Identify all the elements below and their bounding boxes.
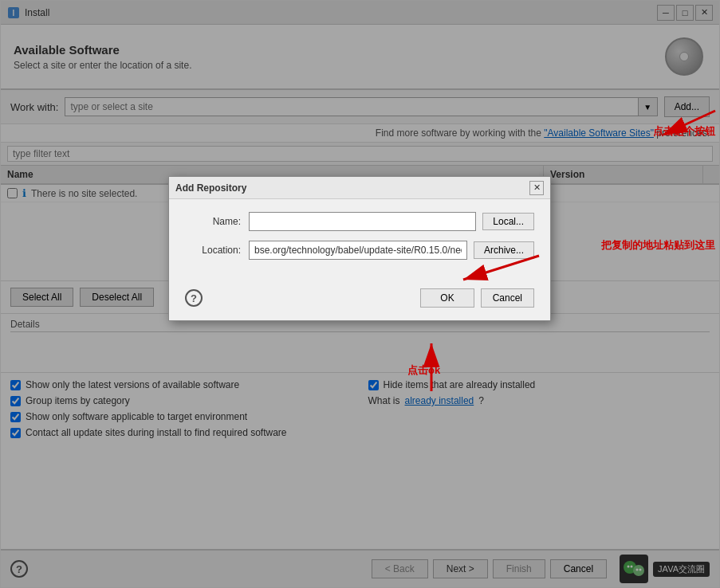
option-already-installed: What is already installed ? bbox=[368, 395, 710, 406]
dialog-name-row: Name: Local... bbox=[185, 212, 534, 231]
option-hide-installed-checkbox[interactable] bbox=[368, 380, 379, 390]
dialog-location-label: Location: bbox=[185, 245, 241, 256]
svg-point-7 bbox=[636, 569, 639, 571]
main-window: I Install ─ □ ✕ Available Software Selec… bbox=[0, 0, 720, 588]
dialog-body: Name: Local... Location: Archive... bbox=[169, 199, 550, 282]
details-body bbox=[10, 335, 710, 367]
maximize-button[interactable]: □ bbox=[676, 5, 694, 21]
help-button[interactable]: ? bbox=[10, 560, 28, 578]
option-target-env-label: Show only software applicable to target … bbox=[26, 411, 247, 422]
details-section: Details bbox=[1, 314, 719, 373]
dialog-help-button[interactable]: ? bbox=[185, 289, 203, 307]
work-with-row: Work with: ▼ Add... bbox=[1, 90, 719, 124]
local-button[interactable]: Local... bbox=[482, 213, 534, 230]
dialog-cancel-button[interactable]: Cancel bbox=[481, 288, 534, 308]
dialog-location-row: Location: Archive... bbox=[185, 241, 534, 260]
col-scroll bbox=[703, 166, 719, 183]
option-hide-installed: Hide items that are already installed bbox=[368, 379, 710, 390]
options-col-left: Show only the latest versions of availab… bbox=[10, 379, 352, 438]
header-subtitle: Select a site or enter the location of a… bbox=[14, 60, 662, 71]
option-show-latest: Show only the latest versions of availab… bbox=[10, 379, 352, 390]
svg-text:I: I bbox=[13, 9, 15, 18]
wechat-area: JAVA交流圈 bbox=[620, 555, 710, 583]
deselect-all-button[interactable]: Deselect All bbox=[80, 288, 154, 307]
already-installed-link[interactable]: already installed bbox=[405, 395, 474, 406]
select-all-button[interactable]: Select All bbox=[10, 288, 73, 307]
dialog-ok-button[interactable]: OK bbox=[420, 288, 474, 308]
bottom-bar: ? < Back Next > Finish Cancel JAVA交流圈 bbox=[1, 549, 719, 587]
option-show-latest-label: Show only the latest versions of availab… bbox=[26, 379, 239, 390]
dialog-footer: ? OK Cancel bbox=[169, 282, 550, 320]
svg-point-4 bbox=[633, 565, 644, 576]
back-button[interactable]: < Back bbox=[372, 559, 428, 578]
dropdown-button[interactable]: ▼ bbox=[639, 97, 658, 116]
option-target-env-checkbox[interactable] bbox=[10, 412, 21, 422]
bottom-right: < Back Next > Finish Cancel JAVA交流圈 bbox=[372, 555, 710, 583]
bottom-left: ? bbox=[10, 560, 28, 578]
cd-icon bbox=[665, 37, 703, 76]
option-show-latest-checkbox[interactable] bbox=[10, 380, 21, 390]
work-with-label: Work with: bbox=[10, 101, 58, 113]
svg-point-5 bbox=[628, 566, 630, 568]
find-more-text2: preferences. bbox=[656, 127, 710, 139]
header-section: Available Software Select a site or ente… bbox=[1, 25, 719, 90]
option-contact-sites-label: Contact all update sites during install … bbox=[26, 427, 287, 438]
options-section: Show only the latest versions of availab… bbox=[1, 373, 719, 445]
archive-button[interactable]: Archive... bbox=[474, 241, 534, 259]
site-input[interactable] bbox=[65, 97, 638, 116]
option-already-text: What is bbox=[368, 395, 400, 406]
minimize-button[interactable]: ─ bbox=[657, 5, 675, 21]
col-version: Version bbox=[544, 166, 703, 183]
svg-point-6 bbox=[631, 566, 633, 568]
header-icon bbox=[662, 34, 706, 79]
window-title: Install bbox=[25, 7, 657, 18]
wechat-icon bbox=[620, 555, 648, 583]
header-text: Available Software Select a site or ente… bbox=[14, 43, 662, 71]
dialog-name-label: Name: bbox=[185, 216, 241, 227]
dialog-title: Add Repository bbox=[175, 182, 529, 194]
dialog-close-button[interactable]: ✕ bbox=[529, 181, 544, 195]
dialog-location-input[interactable] bbox=[249, 241, 467, 260]
available-software-sites-link[interactable]: "Available Software Sites" bbox=[544, 127, 654, 139]
dialog-name-input[interactable] bbox=[249, 212, 476, 231]
options-col-right: Hide items that are already installed Wh… bbox=[368, 379, 710, 438]
filter-row bbox=[1, 143, 719, 166]
option-group-category: Group items by category bbox=[10, 395, 352, 406]
wechat-badge: JAVA交流圈 bbox=[653, 562, 710, 577]
row-text: There is no site selected. bbox=[31, 188, 137, 199]
header-title: Available Software bbox=[14, 43, 662, 57]
app-icon: I bbox=[7, 6, 20, 19]
option-already-suffix: ? bbox=[478, 395, 484, 406]
filter-input[interactable] bbox=[7, 146, 713, 162]
title-bar: I Install ─ □ ✕ bbox=[1, 1, 719, 25]
option-hide-installed-label: Hide items that are already installed bbox=[384, 379, 536, 390]
next-button[interactable]: Next > bbox=[433, 559, 488, 578]
add-button[interactable]: Add... bbox=[664, 96, 710, 117]
cancel-button[interactable]: Cancel bbox=[550, 559, 607, 578]
window-controls: ─ □ ✕ bbox=[657, 5, 713, 21]
dialog-title-bar: Add Repository ✕ bbox=[169, 177, 550, 199]
find-more-row: Find more software by working with the "… bbox=[1, 124, 719, 143]
row-checkbox[interactable] bbox=[7, 188, 18, 198]
close-button[interactable]: ✕ bbox=[695, 5, 713, 21]
info-icon: ℹ bbox=[22, 187, 26, 199]
option-target-env: Show only software applicable to target … bbox=[10, 411, 352, 422]
svg-point-8 bbox=[639, 569, 642, 571]
finish-button[interactable]: Finish bbox=[493, 559, 545, 578]
add-repository-dialog: Add Repository ✕ Name: Local... Location… bbox=[168, 176, 551, 321]
option-contact-sites-checkbox[interactable] bbox=[10, 428, 21, 438]
option-group-category-label: Group items by category bbox=[26, 395, 130, 406]
option-group-category-checkbox[interactable] bbox=[10, 396, 21, 406]
option-contact-sites: Contact all update sites during install … bbox=[10, 427, 352, 438]
find-more-text: Find more software by working with the bbox=[376, 127, 544, 139]
